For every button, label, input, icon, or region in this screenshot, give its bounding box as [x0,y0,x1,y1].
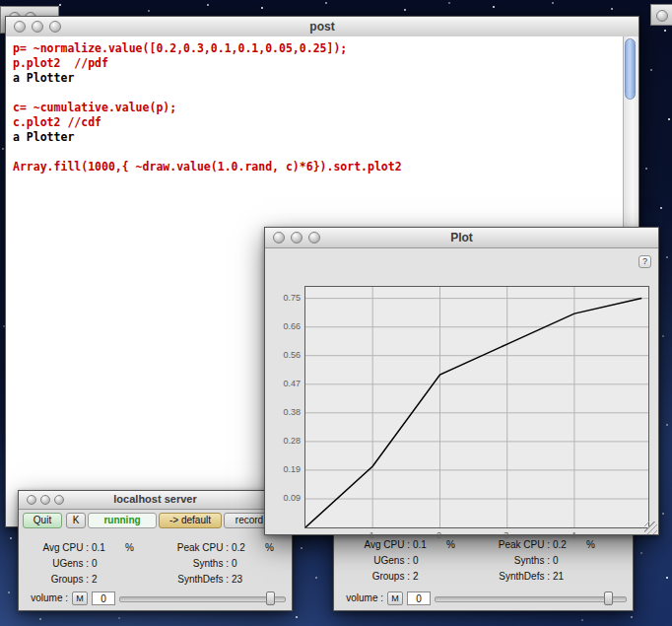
server-window-title: localhost server [19,493,292,505]
plot-content: ? 0.090.190.280.380.470.560.660.751234 [265,248,658,535]
server-status-field: running [88,513,157,528]
mute-button[interactable]: M [72,591,88,605]
post-window-title: post [6,20,638,34]
stat-label: UGens : [27,556,92,572]
x-axis-tick-label: 3 [497,530,516,540]
volume-value-field[interactable]: 0 [407,591,431,605]
volume-slider-thumb[interactable] [266,591,275,605]
quit-button[interactable]: Quit [23,513,62,528]
stat-value: 2 [92,572,125,588]
post-line [13,145,632,160]
volume-label: volume : [338,592,383,603]
starfield-background [0,0,2,2]
stat-value: 0.1 [92,540,125,556]
plot-window-title: Plot [265,231,658,244]
stat-label: Groups : [348,569,413,585]
x-axis-tick-label: 1 [362,530,381,540]
volume-slider-thumb[interactable] [604,591,613,605]
stat-value: 2 [413,569,446,585]
volume-label: volume : [23,592,68,603]
desktop: post p= ~normalize.value([0.2,0.3,0.1,0.… [0,0,672,626]
help-button[interactable]: ? [638,255,651,268]
y-axis-tick-label: 0.38 [267,407,301,417]
volume-value-field[interactable]: 0 [92,591,115,605]
k-button[interactable]: K [66,513,86,528]
stat-unit: % [586,537,604,553]
default-button[interactable]: -> default [159,513,222,528]
stat-label: Peak CPU : [153,540,232,556]
stat-label: SynthDefs : [153,572,232,588]
line-chart [304,286,649,528]
stat-label: Synths : [474,553,553,569]
post-line: p= ~normalize.value([0.2,0.3,0.1,0.1,0.0… [13,41,632,56]
resize-grip[interactable] [644,522,657,534]
post-line: c.plot2 //cdf [13,115,632,130]
stat-value: 21 [553,569,586,585]
post-window-titlebar[interactable]: post [6,17,638,37]
stat-label: SynthDefs : [474,569,553,585]
post-line: a Plotter [13,130,632,145]
stat-value: 0 [92,556,125,572]
y-axis-tick-label: 0.19 [267,464,301,474]
background-window-fragment [650,4,672,26]
server-stats: Avg CPU : 0.1 % Peak CPU : 0.2 % UGens :… [348,537,633,585]
plot-window: Plot ? 0.090.190.280.380.470.560.660.751… [264,227,659,535]
x-axis-tick-label: 4 [564,530,583,540]
volume-slider-track[interactable] [119,596,286,602]
stat-unit: % [446,537,474,553]
post-scrollbar-thumb[interactable] [625,38,636,100]
post-line [13,86,632,101]
stat-value: 0 [232,556,265,572]
stat-label: Groups : [27,572,92,588]
stat-value: 23 [232,572,265,588]
y-axis-tick-label: 0.75 [267,293,301,303]
x-axis-tick-label: 2 [429,530,448,540]
y-axis-tick-label: 0.28 [267,436,301,446]
chart-canvas [305,287,648,527]
y-axis-tick-label: 0.47 [267,379,301,388]
stat-label: Avg CPU : [27,540,92,556]
server-window-right: Avg CPU : 0.1 % Peak CPU : 0.2 % UGens :… [333,529,634,611]
server-window-titlebar[interactable]: localhost server [19,491,292,510]
y-axis-tick-label: 0.66 [267,321,301,331]
stat-value: 0 [553,553,586,569]
stat-unit: % [265,540,283,556]
stat-label: UGens : [348,553,413,569]
stat-label: Synths : [153,556,232,572]
post-lines: p= ~normalize.value([0.2,0.3,0.1,0.1,0.0… [6,36,638,179]
post-line: c= ~cumulative.value(p); [13,101,632,115]
stat-value: 0.2 [232,540,265,556]
post-line: p.plot2 //pdf [13,56,632,71]
y-axis-tick-label: 0.56 [267,350,301,360]
close-button[interactable] [656,10,668,22]
post-line: Array.fill(1000,{ ~draw.value(1.0.rand, … [13,160,632,174]
y-axis-tick-label: 0.09 [267,493,301,503]
volume-slider-track[interactable] [435,596,627,602]
mute-button[interactable]: M [387,591,403,605]
plot-window-titlebar[interactable]: Plot [265,228,658,248]
server-window-localhost: localhost server Quit K running -> defau… [18,490,293,611]
server-stats: Avg CPU : 0.1 % Peak CPU : 0.2 % UGens :… [27,540,292,588]
stat-value: 0 [413,553,446,569]
post-line: a Plotter [13,71,632,86]
volume-slider[interactable] [435,591,627,605]
volume-slider[interactable] [119,591,286,605]
stat-unit: % [125,540,153,556]
